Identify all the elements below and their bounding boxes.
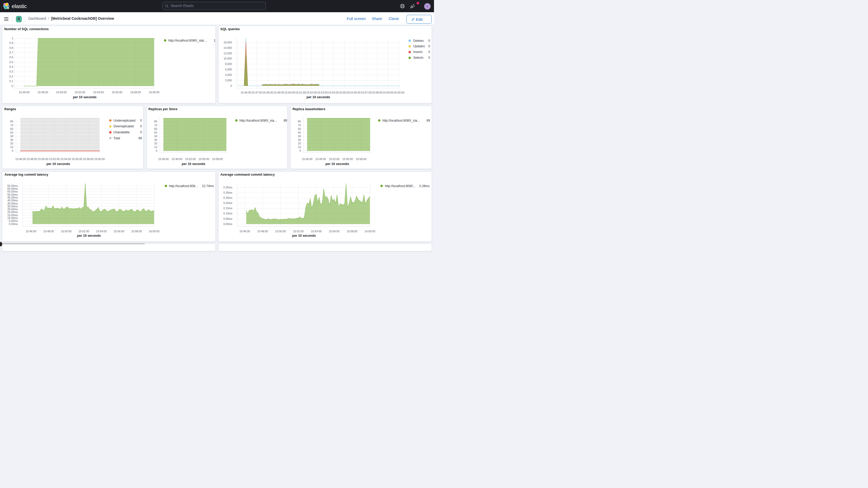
svg-text:15:57:00: 15:57:00 [361,91,372,94]
svg-text:0.5: 0.5 [9,61,13,64]
svg-text:15:56:00: 15:56:00 [112,91,122,94]
svg-text:15:56:00: 15:56:00 [329,230,339,233]
svg-text:15:46:00: 15:46:00 [19,91,30,94]
svg-text:per 10 seconds: per 10 seconds [46,162,70,166]
svg-text:0.6: 0.6 [9,56,13,59]
svg-text:0.7: 0.7 [9,51,13,54]
svg-text:15:46:00: 15:46:00 [16,157,26,160]
svg-text:15:48:00: 15:48:00 [43,230,54,233]
svg-text:40: 40 [298,134,301,138]
svg-text:15:55:00: 15:55:00 [342,157,353,160]
svg-text:0.10ms: 0.10ms [223,212,232,215]
svg-text:15:58:00: 15:58:00 [212,157,223,160]
svg-text:15:56:00: 15:56:00 [350,91,361,94]
svg-text:1: 1 [12,37,13,40]
svg-text:30: 30 [298,138,301,141]
svg-text:30.00ms: 30.00ms [7,205,18,208]
svg-text:15:50:00: 15:50:00 [56,91,67,94]
svg-text:0.00ms: 0.00ms [223,222,232,225]
svg-text:15:51:00: 15:51:00 [295,91,306,94]
svg-text:40: 40 [10,134,13,138]
svg-text:15:54:00: 15:54:00 [60,157,71,160]
svg-text:15:46:00: 15:46:00 [239,230,250,233]
svg-text:20: 20 [154,142,157,145]
svg-text:10.00ms: 10.00ms [7,216,18,220]
svg-text:0: 0 [230,84,232,87]
svg-text:per 10 seconds: per 10 seconds [73,95,96,99]
svg-text:15:49:00: 15:49:00 [315,157,326,160]
svg-text:0.35ms: 0.35ms [223,186,232,189]
svg-text:80: 80 [154,120,157,123]
svg-text:2,000: 2,000 [225,79,232,82]
svg-text:70: 70 [298,124,301,127]
svg-text:15:58:00: 15:58:00 [372,91,382,94]
svg-text:0.4: 0.4 [9,65,13,68]
svg-text:50.00ms: 50.00ms [7,193,18,196]
svg-text:65.00ms: 65.00ms [7,184,18,187]
svg-text:15.00ms: 15.00ms [7,214,18,217]
svg-text:35.00ms: 35.00ms [7,202,18,205]
svg-text:16:00:00: 16:00:00 [94,157,105,160]
svg-text:15:50:00: 15:50:00 [61,230,71,233]
svg-text:60.00ms: 60.00ms [7,187,18,190]
svg-text:50: 50 [298,131,301,134]
svg-text:15:48:00: 15:48:00 [37,91,48,94]
svg-text:45.00ms: 45.00ms [7,196,18,199]
svg-text:0.00ms: 0.00ms [9,222,18,225]
svg-text:20: 20 [10,142,13,145]
svg-text:0: 0 [299,149,301,153]
svg-text:15:48:00: 15:48:00 [27,157,37,160]
svg-text:15:56:00: 15:56:00 [114,230,124,233]
svg-text:16:00:00: 16:00:00 [394,91,404,94]
svg-text:15:48:00: 15:48:00 [262,91,273,94]
svg-text:50: 50 [154,131,157,134]
svg-text:15:50:00: 15:50:00 [284,91,295,94]
svg-text:15:58:00: 15:58:00 [131,230,142,233]
svg-text:0.2: 0.2 [9,75,13,78]
svg-text:per 10 seconds: per 10 seconds [326,162,349,166]
svg-text:20: 20 [298,142,301,145]
svg-text:0.05ms: 0.05ms [223,217,232,220]
svg-text:15:46:00: 15:46:00 [302,157,312,160]
svg-text:30: 30 [154,138,157,141]
svg-text:15:52:00: 15:52:00 [74,91,85,94]
svg-text:per 10 seconds: per 10 seconds [77,234,101,237]
svg-text:15:54:00: 15:54:00 [311,230,321,233]
svg-text:10,000: 10,000 [223,57,232,60]
svg-text:0.1: 0.1 [9,80,13,83]
svg-text:15:54:00: 15:54:00 [93,91,104,94]
svg-text:16:00:00: 16:00:00 [149,91,160,94]
svg-text:15:46:00: 15:46:00 [240,91,251,94]
svg-text:10: 10 [10,146,13,149]
svg-text:15:54:00: 15:54:00 [328,91,339,94]
svg-text:0.9: 0.9 [9,41,13,44]
svg-text:0.8: 0.8 [9,46,13,49]
svg-text:5.00ms: 5.00ms [9,219,18,222]
svg-text:60: 60 [154,127,157,130]
svg-text:15:58:00: 15:58:00 [130,91,141,94]
svg-text:15:59:00: 15:59:00 [383,91,394,94]
svg-text:15:46:00: 15:46:00 [26,230,36,233]
svg-text:40.00ms: 40.00ms [7,199,18,202]
svg-text:15:46:00: 15:46:00 [158,157,169,160]
svg-text:10: 10 [298,146,301,149]
svg-text:0.20ms: 0.20ms [223,202,232,205]
svg-text:0: 0 [12,85,13,88]
svg-text:60: 60 [10,127,13,130]
svg-text:40: 40 [154,134,157,138]
svg-text:15:55:00: 15:55:00 [198,157,209,160]
svg-text:16,000: 16,000 [223,41,232,44]
svg-text:15:55:00: 15:55:00 [339,91,349,94]
svg-text:15:48:00: 15:48:00 [257,230,268,233]
svg-text:60: 60 [298,127,301,130]
svg-text:16:00:00: 16:00:00 [365,230,375,233]
svg-text:6,000: 6,000 [225,68,232,71]
svg-text:70: 70 [10,124,13,127]
svg-text:15:52:00: 15:52:00 [79,230,89,233]
svg-text:per 10 seconds: per 10 seconds [292,234,316,237]
svg-text:10: 10 [154,146,157,149]
svg-text:16:00:00: 16:00:00 [149,230,160,233]
svg-text:14,000: 14,000 [223,46,232,49]
svg-text:0: 0 [156,149,157,153]
svg-text:15:47:00: 15:47:00 [252,91,262,94]
